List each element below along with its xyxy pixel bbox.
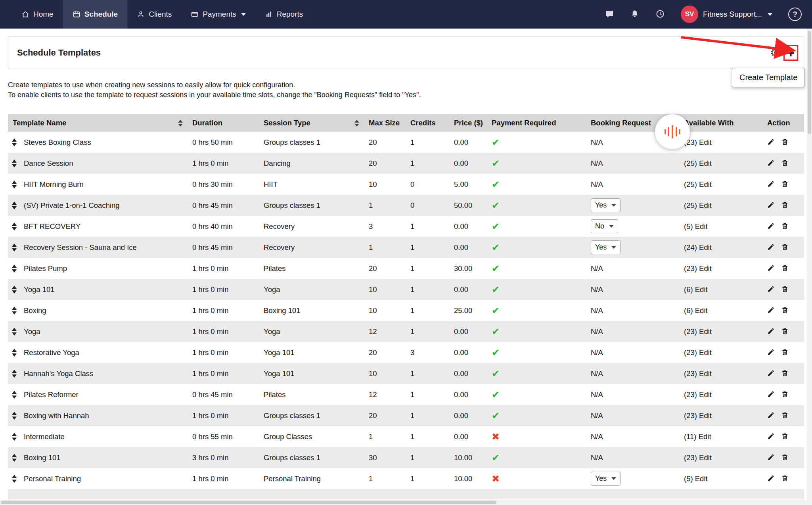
available-with-link[interactable]: (23) Edit xyxy=(680,321,763,342)
delete-button[interactable] xyxy=(781,159,789,168)
booking-request-select[interactable]: Yes xyxy=(591,240,620,254)
booking-request-select[interactable]: Yes xyxy=(591,472,620,486)
edit-button[interactable] xyxy=(767,453,775,462)
nav-item-schedule[interactable]: Schedule xyxy=(63,0,127,29)
delete-button[interactable] xyxy=(781,180,789,189)
column-header-session-type[interactable]: Session Type xyxy=(260,114,365,132)
column-header-action[interactable]: Action xyxy=(763,114,804,132)
drag-handle-icon[interactable] xyxy=(12,265,17,273)
edit-button[interactable] xyxy=(767,327,775,336)
delete-button[interactable] xyxy=(781,306,789,315)
column-header-payment-required[interactable]: Payment Required xyxy=(488,114,587,132)
drag-handle-icon[interactable] xyxy=(12,180,17,188)
edit-button[interactable] xyxy=(767,201,775,210)
available-with-link[interactable]: (11) Edit xyxy=(680,426,763,447)
settings-button[interactable]: ⚙ xyxy=(770,48,779,58)
delete-button[interactable] xyxy=(781,243,789,252)
create-template-button[interactable]: + xyxy=(783,45,798,61)
available-with-link[interactable]: (25) Edit xyxy=(680,153,763,174)
edit-button[interactable] xyxy=(767,474,775,483)
drag-handle-icon[interactable] xyxy=(12,328,17,336)
column-header-duration[interactable]: Duration xyxy=(188,114,260,132)
delete-button[interactable] xyxy=(781,474,789,483)
edit-button[interactable] xyxy=(767,264,775,273)
drag-handle-icon[interactable] xyxy=(12,454,17,462)
edit-button[interactable] xyxy=(767,285,775,294)
delete-button[interactable] xyxy=(781,201,789,210)
account-menu[interactable]: SV Fitness Support... xyxy=(681,6,772,23)
drag-handle-icon[interactable] xyxy=(12,370,17,378)
drag-handle-icon[interactable] xyxy=(12,433,17,441)
delete-button[interactable] xyxy=(781,369,789,378)
nav-item-payments[interactable]: Payments xyxy=(181,0,255,29)
drag-handle-icon[interactable] xyxy=(12,349,17,357)
drag-handle-icon[interactable] xyxy=(12,223,17,230)
edit-button[interactable] xyxy=(767,306,775,315)
delete-button[interactable] xyxy=(781,411,789,420)
available-with-link[interactable]: (6) Edit xyxy=(680,300,763,321)
trash-icon xyxy=(781,453,789,462)
drag-handle-icon[interactable] xyxy=(12,307,17,315)
edit-button[interactable] xyxy=(767,159,775,168)
delete-button[interactable] xyxy=(781,285,789,294)
column-header-price[interactable]: Price ($) xyxy=(450,114,488,132)
available-with-link[interactable]: (5) Edit xyxy=(680,468,763,489)
edit-button[interactable] xyxy=(767,348,775,357)
delete-button[interactable] xyxy=(781,222,789,231)
column-header-credits[interactable]: Credits xyxy=(406,114,450,132)
edit-button[interactable] xyxy=(767,432,775,441)
booking-request-value: N/A xyxy=(591,369,603,378)
notifications-button[interactable] xyxy=(630,9,640,20)
help-button[interactable]: ? xyxy=(788,8,802,21)
delete-button[interactable] xyxy=(781,138,789,147)
payment-required-mark: ✔ xyxy=(492,179,500,190)
drag-handle-icon[interactable] xyxy=(12,202,17,209)
edit-button[interactable] xyxy=(767,138,775,147)
available-with-link[interactable]: (24) Edit xyxy=(680,237,763,258)
available-with-link[interactable]: (23) Edit xyxy=(680,132,763,153)
drag-handle-icon[interactable] xyxy=(12,138,17,146)
edit-button[interactable] xyxy=(767,243,775,252)
column-header-max-size[interactable]: Max Size xyxy=(365,114,406,132)
horizontal-scrollbar-thumb[interactable] xyxy=(1,501,496,504)
edit-button[interactable] xyxy=(767,180,775,189)
available-with-link[interactable]: (23) Edit xyxy=(680,384,763,405)
available-with-link[interactable]: (23) Edit xyxy=(680,363,763,384)
delete-button[interactable] xyxy=(781,264,789,273)
delete-button[interactable] xyxy=(781,453,789,462)
available-with-link[interactable]: (25) Edit xyxy=(680,174,763,195)
delete-button[interactable] xyxy=(781,432,789,441)
delete-button[interactable] xyxy=(781,348,789,357)
drag-handle-icon[interactable] xyxy=(12,159,17,167)
drag-handle-icon[interactable] xyxy=(12,391,17,399)
drag-handle-icon[interactable] xyxy=(12,475,17,483)
history-button[interactable] xyxy=(655,9,665,20)
drag-handle-icon[interactable] xyxy=(12,286,17,294)
available-with-link[interactable]: (25) Edit xyxy=(680,195,763,216)
vertical-scrollbar-thumb[interactable] xyxy=(808,31,811,134)
nav-item-reports[interactable]: Reports xyxy=(255,0,313,29)
edit-button[interactable] xyxy=(767,411,775,420)
column-header-template-name[interactable]: Template Name xyxy=(8,114,188,132)
edit-button[interactable] xyxy=(767,222,775,231)
available-with-link[interactable]: (6) Edit xyxy=(680,279,763,300)
booking-request-select[interactable]: Yes xyxy=(591,198,620,212)
nav-item-clients[interactable]: Clients xyxy=(127,0,181,29)
delete-button[interactable] xyxy=(781,390,789,399)
nav-item-home[interactable]: Home xyxy=(12,0,63,29)
available-with-link[interactable]: (23) Edit xyxy=(680,447,763,468)
available-with-link[interactable]: (23) Edit xyxy=(680,405,763,426)
available-with-link[interactable]: (23) Edit xyxy=(680,342,763,363)
edit-button[interactable] xyxy=(767,369,775,378)
edit-button[interactable] xyxy=(767,390,775,399)
delete-button[interactable] xyxy=(781,327,789,336)
drag-handle-icon[interactable] xyxy=(12,244,17,252)
drag-handle-icon[interactable] xyxy=(12,412,17,420)
available-with-link[interactable]: (23) Edit xyxy=(680,258,763,279)
column-header-available-with[interactable]: Available With xyxy=(680,114,763,132)
vertical-scrollbar[interactable] xyxy=(807,29,812,500)
chat-button[interactable] xyxy=(605,9,614,20)
horizontal-scrollbar[interactable] xyxy=(0,500,812,505)
available-with-link[interactable]: (5) Edit xyxy=(680,216,763,237)
booking-request-select[interactable]: No xyxy=(591,219,618,233)
